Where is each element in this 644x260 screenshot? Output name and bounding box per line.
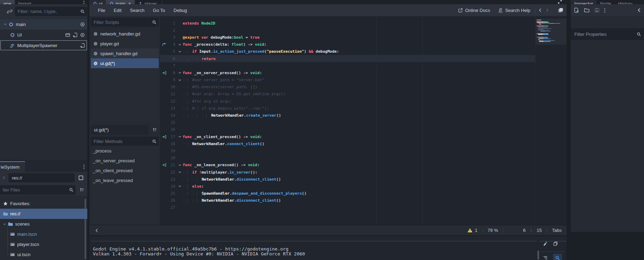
menu-debug[interactable]: Debug bbox=[169, 4, 191, 16]
expand-icon[interactable] bbox=[557, 0, 562, 4]
scene-filter-input[interactable] bbox=[17, 8, 80, 14]
code-line[interactable]: 1extends Node2D bbox=[160, 20, 535, 27]
method-list-item[interactable]: _on_leave_pressed bbox=[91, 175, 159, 185]
tab-filesystem[interactable]: leSystem bbox=[0, 161, 25, 172]
collapse-panel-left-icon[interactable] bbox=[94, 228, 99, 233]
copy-output-icon[interactable] bbox=[553, 241, 558, 246]
code-editor[interactable]: 1extends Node2D23@export var debugMode:b… bbox=[160, 16, 567, 225]
fs-tree-row[interactable]: player.tscn bbox=[0, 239, 87, 249]
filesystem-filter-input[interactable] bbox=[2, 187, 69, 193]
indent-mode[interactable]: Tabs bbox=[547, 228, 563, 233]
fold-toggle-icon[interactable] bbox=[178, 135, 182, 138]
filesystem-path[interactable]: res:// bbox=[8, 173, 75, 182]
fold-toggle-icon[interactable] bbox=[178, 50, 182, 53]
code-line[interactable]: 5›|if Input.is_action_just_pressed("paus… bbox=[160, 48, 535, 55]
code-line[interactable]: 7 bbox=[160, 62, 535, 69]
scene-tree-row[interactable]: UI bbox=[0, 30, 87, 40]
fold-toggle-icon[interactable] bbox=[178, 163, 182, 167]
fold-toggle-icon[interactable] bbox=[178, 43, 182, 46]
tab-inspector[interactable]: Inspector bbox=[571, 0, 596, 4]
script-list-item[interactable]: spawn_handler.gd bbox=[91, 48, 159, 58]
split-view-icon[interactable] bbox=[78, 175, 84, 181]
tab-history[interactable]: History bbox=[615, 0, 636, 4]
filesystem-menu-dots-icon[interactable] bbox=[83, 164, 84, 169]
zoom-level[interactable]: 79 % bbox=[483, 228, 503, 233]
code-line[interactable]: 9›|#var server_path = "server.bat" bbox=[160, 77, 535, 84]
chevron-down-icon[interactable] bbox=[3, 222, 6, 226]
code-line[interactable]: 24›|else: bbox=[160, 183, 535, 190]
script-list-item[interactable]: network_handler.gd bbox=[91, 29, 159, 39]
fold-toggle-icon[interactable] bbox=[178, 71, 182, 74]
code-line[interactable]: 26›|›|NetworkHandler.disconnect_client() bbox=[160, 197, 535, 204]
online-docs-button[interactable]: Online Docs bbox=[455, 8, 493, 13]
clear-output-icon[interactable] bbox=[543, 241, 548, 246]
chevron-right-icon[interactable] bbox=[1, 175, 6, 180]
collapse-inspector-icon[interactable] bbox=[636, 7, 642, 13]
fs-tree-row[interactable]: scenes bbox=[0, 219, 87, 229]
output-scrollbar[interactable] bbox=[537, 240, 539, 260]
fs-tree-row[interactable]: main.tscn bbox=[0, 229, 87, 239]
script-list-item[interactable]: ui.gd(*) bbox=[91, 58, 159, 68]
code-line[interactable]: 13›|#›| if arg.begins_with("--run:"): bbox=[160, 105, 535, 112]
fs-tree-row[interactable]: ui.tscn bbox=[0, 249, 87, 260]
code-line[interactable]: 2 bbox=[160, 27, 535, 34]
tab-node[interactable]: Node bbox=[596, 0, 614, 4]
code-minimap[interactable] bbox=[535, 16, 567, 225]
code-line[interactable]: 17func _on_client_pressed() -> void: bbox=[160, 133, 535, 140]
close-tab-icon[interactable]: ✕ bbox=[128, 2, 131, 4]
new-resource-icon[interactable] bbox=[574, 7, 579, 13]
script-list-item[interactable]: player.gd bbox=[91, 39, 159, 48]
code-line[interactable]: 22›|if !multiplayer.is_server(): bbox=[160, 169, 535, 176]
history-back-icon[interactable] bbox=[538, 8, 543, 13]
load-resource-icon[interactable] bbox=[584, 7, 589, 13]
dock-tabs-menu-icon[interactable] bbox=[83, 0, 84, 4]
tab-ui[interactable]: ui bbox=[89, 0, 106, 4]
link-icon[interactable] bbox=[7, 9, 12, 14]
filter-scripts-input[interactable] bbox=[93, 19, 152, 25]
resource-menu-dots-icon[interactable] bbox=[604, 8, 605, 13]
menu-go-to[interactable]: Go To bbox=[149, 4, 169, 16]
tab-player[interactable]: player bbox=[135, 0, 160, 4]
tab-import[interactable]: Import bbox=[15, 0, 35, 4]
code-line[interactable]: 6›|›|return bbox=[160, 55, 535, 62]
fs-tree-row[interactable]: res:// bbox=[0, 209, 87, 219]
menu-file[interactable]: File bbox=[94, 4, 109, 16]
sort-icon[interactable] bbox=[79, 187, 84, 193]
code-line[interactable]: 4func _process(delta: float) -> void: bbox=[160, 41, 535, 48]
code-line[interactable]: 3@export var debugMode:bool = true bbox=[160, 34, 535, 41]
code-line[interactable]: 27 bbox=[160, 204, 535, 211]
eye-icon[interactable] bbox=[80, 22, 85, 27]
fs-tree-row[interactable]: Favorites: bbox=[0, 199, 87, 209]
code-line[interactable]: 25›|›|SpawnHandler.despawn_and_disconnec… bbox=[160, 190, 535, 197]
fold-toggle-icon[interactable] bbox=[178, 184, 182, 188]
script-icon[interactable] bbox=[72, 32, 78, 38]
tab-main[interactable]: main✕ bbox=[106, 0, 135, 4]
output-search-button[interactable] bbox=[553, 254, 562, 260]
code-line[interactable]: 18›|NetworkHandler.connect_client() bbox=[160, 140, 535, 147]
filter-methods-input[interactable] bbox=[93, 138, 152, 144]
script-icon[interactable] bbox=[80, 43, 85, 48]
code-line[interactable]: 21func _on_leave_pressed() -> void: bbox=[160, 162, 535, 169]
scripts-panel-toggle-icon[interactable] bbox=[557, 7, 564, 13]
menu-edit[interactable]: Edit bbox=[109, 4, 126, 16]
code-line[interactable]: 11›|#var args: Array = OS.get_cmdline_ar… bbox=[160, 91, 535, 98]
method-list-item[interactable]: _process bbox=[91, 146, 159, 156]
code-line[interactable]: 19 bbox=[160, 147, 535, 154]
history-forward-icon[interactable] bbox=[545, 8, 550, 13]
code-line[interactable]: 8func _on_server_pressed() -> void: bbox=[160, 69, 535, 76]
code-line[interactable]: 23›|›|NetworkHandler.disconnect_client() bbox=[160, 176, 535, 183]
code-line[interactable]: 15 bbox=[160, 119, 535, 126]
fold-toggle-icon[interactable] bbox=[178, 78, 182, 82]
scene-tree-row[interactable]: main bbox=[0, 19, 87, 30]
tab-ene[interactable]: ene bbox=[0, 0, 15, 4]
search-help-button[interactable]: DOC Search Help bbox=[495, 8, 533, 13]
clapper-icon[interactable] bbox=[65, 32, 70, 38]
code-line[interactable]: 12›|#for arg in args: bbox=[160, 98, 535, 105]
sort-icon[interactable] bbox=[152, 127, 157, 132]
code-line[interactable]: 20 bbox=[160, 155, 535, 162]
method-list-item[interactable]: _on_client_pressed bbox=[91, 165, 159, 175]
eye-icon[interactable] bbox=[80, 32, 85, 38]
scene-tree-row[interactable]: MultiplayerSpawner bbox=[0, 40, 87, 51]
method-list-item[interactable]: _on_server_pressed bbox=[91, 156, 159, 165]
fold-toggle-icon[interactable] bbox=[178, 170, 182, 174]
